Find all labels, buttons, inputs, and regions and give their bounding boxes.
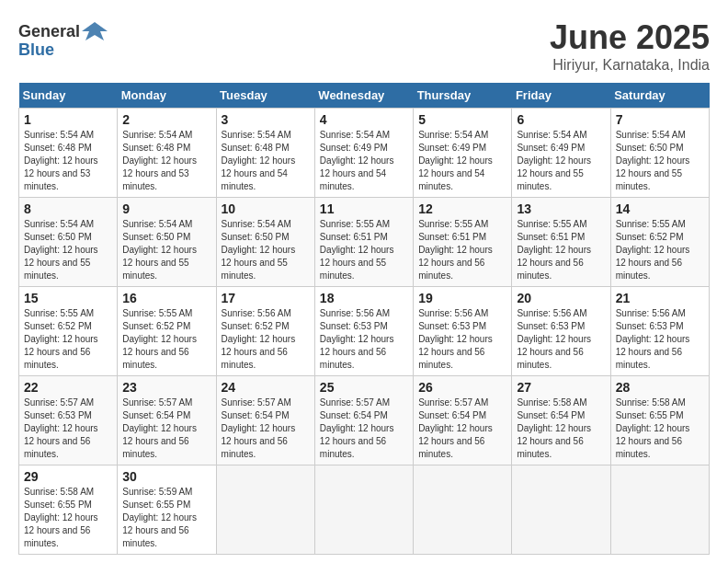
day-info: Sunrise: 5:57 AMSunset: 6:54 PMDaylight:… — [122, 397, 197, 459]
location-subtitle: Hiriyur, Karnataka, India — [550, 57, 710, 74]
day-info: Sunrise: 5:56 AMSunset: 6:53 PMDaylight:… — [616, 308, 690, 370]
day-info: Sunrise: 5:56 AMSunset: 6:53 PMDaylight:… — [320, 308, 394, 370]
calendar-week-row: 29 Sunrise: 5:58 AMSunset: 6:55 PMDaylig… — [19, 465, 710, 555]
day-info: Sunrise: 5:58 AMSunset: 6:55 PMDaylight:… — [24, 487, 98, 548]
month-year-title: June 2025 — [550, 18, 710, 57]
day-number: 2 — [122, 112, 210, 127]
day-number: 10 — [222, 201, 310, 216]
day-number: 8 — [24, 201, 112, 216]
logo-blue-text: Blue — [18, 40, 54, 60]
logo-bird-icon — [82, 18, 108, 44]
calendar-cell: 23 Sunrise: 5:57 AMSunset: 6:54 PMDaylig… — [118, 376, 216, 465]
day-number: 17 — [222, 291, 310, 305]
day-info: Sunrise: 5:54 AMSunset: 6:50 PMDaylight:… — [616, 130, 690, 191]
day-number: 19 — [418, 291, 506, 305]
day-number: 28 — [616, 380, 704, 395]
calendar-cell: 19 Sunrise: 5:56 AMSunset: 6:53 PMDaylig… — [414, 287, 512, 376]
day-info: Sunrise: 5:54 AMSunset: 6:49 PMDaylight:… — [418, 130, 493, 191]
calendar-cell — [216, 465, 314, 555]
calendar-cell: 21 Sunrise: 5:56 AMSunset: 6:53 PMDaylig… — [610, 287, 709, 376]
day-number: 5 — [418, 112, 506, 127]
day-info: Sunrise: 5:54 AMSunset: 6:48 PMDaylight:… — [24, 130, 98, 191]
day-info: Sunrise: 5:55 AMSunset: 6:52 PMDaylight:… — [616, 219, 690, 281]
day-number: 23 — [122, 380, 210, 395]
day-number: 21 — [616, 291, 704, 305]
calendar-cell: 16 Sunrise: 5:55 AMSunset: 6:52 PMDaylig… — [118, 287, 216, 376]
day-number: 18 — [320, 291, 408, 305]
calendar-cell — [610, 465, 709, 555]
day-info: Sunrise: 5:55 AMSunset: 6:52 PMDaylight:… — [122, 308, 197, 370]
day-info: Sunrise: 5:55 AMSunset: 6:51 PMDaylight:… — [517, 219, 591, 281]
header-sunday: Sunday — [19, 83, 118, 109]
day-info: Sunrise: 5:57 AMSunset: 6:54 PMDaylight:… — [418, 397, 493, 459]
calendar-cell: 17 Sunrise: 5:56 AMSunset: 6:52 PMDaylig… — [216, 287, 314, 376]
day-info: Sunrise: 5:56 AMSunset: 6:52 PMDaylight:… — [222, 308, 296, 370]
calendar-cell — [512, 465, 610, 555]
calendar-cell: 24 Sunrise: 5:57 AMSunset: 6:54 PMDaylig… — [216, 376, 314, 465]
day-number: 24 — [222, 380, 310, 395]
calendar-cell: 10 Sunrise: 5:54 AMSunset: 6:50 PMDaylig… — [216, 198, 314, 287]
day-number: 1 — [24, 112, 112, 127]
calendar-cell: 30 Sunrise: 5:59 AMSunset: 6:55 PMDaylig… — [118, 465, 216, 555]
calendar-week-row: 15 Sunrise: 5:55 AMSunset: 6:52 PMDaylig… — [19, 287, 710, 376]
day-info: Sunrise: 5:55 AMSunset: 6:51 PMDaylight:… — [320, 219, 394, 281]
day-number: 12 — [418, 201, 506, 216]
calendar-cell: 1 Sunrise: 5:54 AMSunset: 6:48 PMDayligh… — [19, 109, 118, 198]
calendar-cell: 22 Sunrise: 5:57 AMSunset: 6:53 PMDaylig… — [19, 376, 118, 465]
day-number: 4 — [320, 112, 408, 127]
calendar-week-row: 8 Sunrise: 5:54 AMSunset: 6:50 PMDayligh… — [19, 198, 710, 287]
day-info: Sunrise: 5:54 AMSunset: 6:50 PMDaylight:… — [122, 219, 197, 281]
day-number: 29 — [24, 469, 112, 484]
day-info: Sunrise: 5:54 AMSunset: 6:49 PMDaylight:… — [517, 130, 591, 191]
day-info: Sunrise: 5:57 AMSunset: 6:54 PMDaylight:… — [222, 397, 296, 459]
day-number: 25 — [320, 380, 408, 395]
calendar-cell: 18 Sunrise: 5:56 AMSunset: 6:53 PMDaylig… — [314, 287, 413, 376]
calendar-cell: 14 Sunrise: 5:55 AMSunset: 6:52 PMDaylig… — [610, 198, 709, 287]
day-info: Sunrise: 5:57 AMSunset: 6:53 PMDaylight:… — [24, 397, 98, 459]
day-info: Sunrise: 5:58 AMSunset: 6:55 PMDaylight:… — [616, 397, 690, 459]
day-info: Sunrise: 5:54 AMSunset: 6:50 PMDaylight:… — [222, 219, 296, 281]
day-number: 27 — [517, 380, 605, 395]
day-info: Sunrise: 5:58 AMSunset: 6:54 PMDaylight:… — [517, 397, 591, 459]
day-number: 11 — [320, 201, 408, 216]
calendar-week-row: 1 Sunrise: 5:54 AMSunset: 6:48 PMDayligh… — [19, 109, 710, 198]
calendar-cell: 3 Sunrise: 5:54 AMSunset: 6:48 PMDayligh… — [216, 109, 314, 198]
day-number: 13 — [517, 201, 605, 216]
day-number: 14 — [616, 201, 704, 216]
day-info: Sunrise: 5:55 AMSunset: 6:52 PMDaylight:… — [24, 308, 98, 370]
day-info: Sunrise: 5:57 AMSunset: 6:54 PMDaylight:… — [320, 397, 394, 459]
header-wednesday: Wednesday — [314, 83, 413, 109]
day-number: 3 — [222, 112, 310, 127]
calendar-cell: 4 Sunrise: 5:54 AMSunset: 6:49 PMDayligh… — [314, 109, 413, 198]
calendar-cell: 13 Sunrise: 5:55 AMSunset: 6:51 PMDaylig… — [512, 198, 610, 287]
weekday-header-row: Sunday Monday Tuesday Wednesday Thursday… — [19, 83, 710, 109]
day-number: 20 — [517, 291, 605, 305]
calendar-cell: 6 Sunrise: 5:54 AMSunset: 6:49 PMDayligh… — [512, 109, 610, 198]
calendar-cell: 5 Sunrise: 5:54 AMSunset: 6:49 PMDayligh… — [414, 109, 512, 198]
day-info: Sunrise: 5:56 AMSunset: 6:53 PMDaylight:… — [517, 308, 591, 370]
calendar-cell — [414, 465, 512, 555]
calendar-cell: 8 Sunrise: 5:54 AMSunset: 6:50 PMDayligh… — [19, 198, 118, 287]
header-thursday: Thursday — [414, 83, 512, 109]
calendar-cell: 11 Sunrise: 5:55 AMSunset: 6:51 PMDaylig… — [314, 198, 413, 287]
logo: General Blue — [18, 18, 108, 60]
calendar-cell — [314, 465, 413, 555]
calendar-cell: 12 Sunrise: 5:55 AMSunset: 6:51 PMDaylig… — [414, 198, 512, 287]
day-info: Sunrise: 5:55 AMSunset: 6:51 PMDaylight:… — [418, 219, 493, 281]
day-number: 7 — [616, 112, 704, 127]
header-tuesday: Tuesday — [216, 83, 314, 109]
calendar-week-row: 22 Sunrise: 5:57 AMSunset: 6:53 PMDaylig… — [19, 376, 710, 465]
day-info: Sunrise: 5:54 AMSunset: 6:49 PMDaylight:… — [320, 130, 394, 191]
calendar-cell: 28 Sunrise: 5:58 AMSunset: 6:55 PMDaylig… — [610, 376, 709, 465]
day-number: 16 — [122, 291, 210, 305]
day-number: 26 — [418, 380, 506, 395]
calendar-cell: 7 Sunrise: 5:54 AMSunset: 6:50 PMDayligh… — [610, 109, 709, 198]
calendar-cell: 9 Sunrise: 5:54 AMSunset: 6:50 PMDayligh… — [118, 198, 216, 287]
day-number: 22 — [24, 380, 112, 395]
page-header: General Blue June 2025 Hiriyur, Karnatak… — [18, 18, 710, 74]
svg-marker-0 — [82, 22, 108, 40]
day-info: Sunrise: 5:54 AMSunset: 6:50 PMDaylight:… — [24, 219, 98, 281]
logo-general-text: General — [18, 22, 80, 41]
day-info: Sunrise: 5:54 AMSunset: 6:48 PMDaylight:… — [122, 130, 197, 191]
day-number: 9 — [122, 201, 210, 216]
